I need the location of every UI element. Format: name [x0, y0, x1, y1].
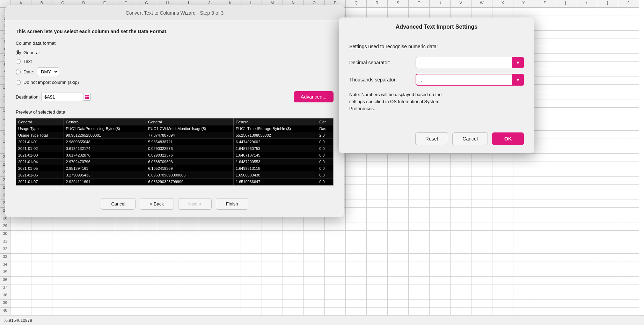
spreadsheet-cell[interactable]: [492, 261, 513, 269]
spreadsheet-cell[interactable]: [534, 77, 555, 85]
spreadsheet-cell[interactable]: [618, 46, 639, 54]
spreadsheet-cell[interactable]: [199, 277, 220, 284]
spreadsheet-cell[interactable]: [346, 169, 367, 177]
spreadsheet-cell[interactable]: [10, 292, 31, 300]
spreadsheet-cell[interactable]: [597, 254, 618, 261]
spreadsheet-cell[interactable]: [367, 215, 388, 223]
spreadsheet-cell[interactable]: [73, 223, 94, 231]
spreadsheet-cell[interactable]: [555, 31, 576, 38]
spreadsheet-cell[interactable]: [220, 261, 241, 269]
spreadsheet-cell[interactable]: [618, 54, 639, 62]
spreadsheet-cell[interactable]: [304, 292, 325, 300]
spreadsheet-cell[interactable]: [555, 108, 576, 115]
radio-date[interactable]: Date: DMY MDY YMD: [16, 67, 334, 76]
spreadsheet-cell[interactable]: [576, 238, 597, 246]
spreadsheet-cell[interactable]: [555, 131, 576, 138]
spreadsheet-cell[interactable]: [618, 200, 639, 208]
spreadsheet-cell[interactable]: [492, 284, 513, 292]
spreadsheet-cell[interactable]: [73, 254, 94, 261]
spreadsheet-cell[interactable]: [157, 300, 178, 308]
spreadsheet-cell[interactable]: [346, 208, 367, 215]
adv-cancel-button[interactable]: Cancel: [452, 132, 488, 145]
spreadsheet-cell[interactable]: [492, 192, 513, 200]
spreadsheet-cell[interactable]: [94, 292, 115, 300]
spreadsheet-cell[interactable]: [513, 277, 534, 284]
spreadsheet-cell[interactable]: [115, 292, 136, 300]
spreadsheet-cell[interactable]: [115, 246, 136, 254]
spreadsheet-cell[interactable]: [597, 154, 618, 161]
spreadsheet-cell[interactable]: [346, 223, 367, 231]
spreadsheet-cell[interactable]: [304, 308, 325, 315]
spreadsheet-cell[interactable]: [534, 261, 555, 269]
spreadsheet-cell[interactable]: [94, 284, 115, 292]
spreadsheet-cell[interactable]: [367, 8, 388, 15]
spreadsheet-cell[interactable]: [367, 300, 388, 308]
spreadsheet-cell[interactable]: [555, 138, 576, 146]
spreadsheet-cell[interactable]: [220, 223, 241, 231]
spreadsheet-cell[interactable]: [597, 284, 618, 292]
advanced-button[interactable]: Advanced...: [294, 91, 334, 102]
spreadsheet-cell[interactable]: [451, 231, 471, 238]
spreadsheet-cell[interactable]: [597, 85, 618, 92]
spreadsheet-cell[interactable]: [492, 161, 513, 169]
spreadsheet-cell[interactable]: [576, 146, 597, 154]
spreadsheet-cell[interactable]: [451, 223, 471, 231]
spreadsheet-cell[interactable]: [534, 100, 555, 108]
spreadsheet-cell[interactable]: [576, 192, 597, 200]
thousands-separator-select[interactable]: , . None: [416, 74, 524, 86]
spreadsheet-cell[interactable]: [513, 208, 534, 215]
spreadsheet-cell[interactable]: [597, 261, 618, 269]
spreadsheet-cell[interactable]: [492, 300, 513, 308]
spreadsheet-cell[interactable]: [471, 238, 492, 246]
spreadsheet-cell[interactable]: [409, 154, 430, 161]
spreadsheet-cell[interactable]: [262, 238, 283, 246]
spreadsheet-cell[interactable]: [388, 192, 409, 200]
spreadsheet-cell[interactable]: [555, 208, 576, 215]
spreadsheet-cell[interactable]: [388, 185, 409, 192]
spreadsheet-cell[interactable]: [576, 185, 597, 192]
spreadsheet-cell[interactable]: [451, 254, 471, 261]
spreadsheet-cell[interactable]: [178, 300, 199, 308]
spreadsheet-cell[interactable]: [597, 177, 618, 185]
spreadsheet-cell[interactable]: [576, 300, 597, 308]
spreadsheet-cell[interactable]: [618, 208, 639, 215]
spreadsheet-cell[interactable]: [471, 254, 492, 261]
radio-skip[interactable]: Do not import column (skip): [16, 80, 334, 85]
spreadsheet-cell[interactable]: [576, 215, 597, 223]
spreadsheet-cell[interactable]: [220, 231, 241, 238]
spreadsheet-cell[interactable]: [618, 123, 639, 131]
spreadsheet-cell[interactable]: [451, 277, 471, 284]
spreadsheet-cell[interactable]: [409, 300, 430, 308]
spreadsheet-cell[interactable]: [618, 69, 639, 77]
spreadsheet-cell[interactable]: [241, 246, 262, 254]
spreadsheet-cell[interactable]: [555, 292, 576, 300]
spreadsheet-cell[interactable]: [94, 308, 115, 315]
spreadsheet-cell[interactable]: [534, 277, 555, 284]
spreadsheet-cell[interactable]: [157, 238, 178, 246]
spreadsheet-cell[interactable]: [115, 300, 136, 308]
spreadsheet-cell[interactable]: [388, 261, 409, 269]
spreadsheet-cell[interactable]: [555, 300, 576, 308]
spreadsheet-cell[interactable]: [367, 200, 388, 208]
spreadsheet-cell[interactable]: [10, 223, 31, 231]
spreadsheet-cell[interactable]: [492, 185, 513, 192]
spreadsheet-cell[interactable]: [199, 231, 220, 238]
spreadsheet-cell[interactable]: [136, 277, 157, 284]
spreadsheet-cell[interactable]: [52, 254, 73, 261]
spreadsheet-cell[interactable]: [241, 308, 262, 315]
spreadsheet-cell[interactable]: [513, 261, 534, 269]
spreadsheet-cell[interactable]: [576, 138, 597, 146]
spreadsheet-cell[interactable]: [10, 269, 31, 277]
spreadsheet-cell[interactable]: [10, 300, 31, 308]
spreadsheet-cell[interactable]: [534, 238, 555, 246]
spreadsheet-cell[interactable]: [534, 131, 555, 138]
spreadsheet-cell[interactable]: [136, 308, 157, 315]
spreadsheet-cell[interactable]: [451, 8, 471, 15]
spreadsheet-cell[interactable]: [555, 246, 576, 254]
spreadsheet-cell[interactable]: [555, 123, 576, 131]
spreadsheet-cell[interactable]: [346, 154, 367, 161]
spreadsheet-cell[interactable]: [10, 261, 31, 269]
spreadsheet-cell[interactable]: [534, 54, 555, 62]
spreadsheet-cell[interactable]: [304, 277, 325, 284]
spreadsheet-cell[interactable]: [555, 46, 576, 54]
